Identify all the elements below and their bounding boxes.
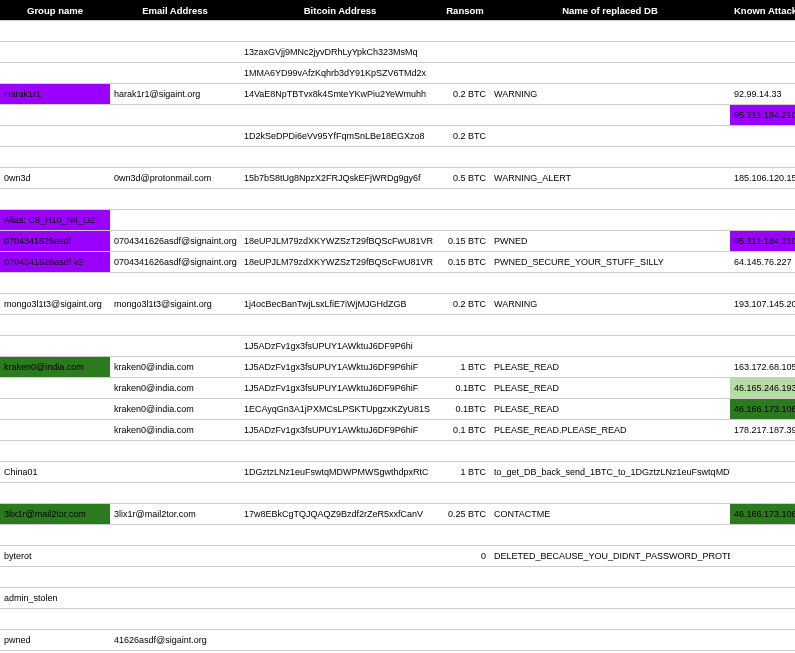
cell-group xyxy=(0,378,110,399)
cell-email xyxy=(110,273,240,294)
cell-group xyxy=(0,483,110,504)
cell-email: 0wn3d@protonmail.com xyxy=(110,168,240,189)
cell-group xyxy=(0,105,110,126)
cell-ransom xyxy=(440,210,490,231)
cell-ransom: 0.1BTC xyxy=(440,378,490,399)
cell-btc xyxy=(240,273,440,294)
cell-group: admin_stolen xyxy=(0,588,110,609)
cell-db: WARNING xyxy=(490,294,730,315)
cell-ip: 193.107.145.20 xyxy=(730,294,795,315)
cell-ransom xyxy=(440,189,490,210)
cell-ip xyxy=(730,210,795,231)
cell-db: CONTACTME xyxy=(490,504,730,525)
cell-db xyxy=(490,21,730,42)
cell-btc xyxy=(240,105,440,126)
table-row: Alias: C8_H10_N4_O2 xyxy=(0,210,795,231)
cell-btc: 1j4ocBecBanTwjLsxLfiE7iWjMJGHdZGB xyxy=(240,294,440,315)
cell-ip: 178.217.187.39 xyxy=(730,420,795,441)
cell-db: DELETED_BECAUSE_YOU_DIDNT_PASSWORD_PROTE… xyxy=(490,546,730,567)
cell-email: 0704341626asdf@signaint.org xyxy=(110,252,240,273)
cell-db xyxy=(490,567,730,588)
cell-db: PWNED_SECURE_YOUR_STUFF_SILLY xyxy=(490,252,730,273)
table-row xyxy=(0,441,795,462)
cell-btc: 1J5ADzFv1gx3fsUPUY1AWktuJ6DF9P6hiF xyxy=(240,378,440,399)
cell-ip: 185.106.120.159 xyxy=(730,168,795,189)
cell-email xyxy=(110,147,240,168)
cell-db xyxy=(490,210,730,231)
cell-group: pwned xyxy=(0,630,110,651)
cell-ip: 46.166.173.106 xyxy=(730,399,795,420)
cell-ip: 163.172.68.105 xyxy=(730,357,795,378)
table-row: China011DGztzLNz1euFswtqMDWPMWSgwthdpxRt… xyxy=(0,462,795,483)
cell-ransom xyxy=(440,63,490,84)
table-row xyxy=(0,483,795,504)
cell-db xyxy=(490,273,730,294)
cell-db: WARNING xyxy=(490,84,730,105)
cell-email: 41626asdf@sigaint.org xyxy=(110,630,240,651)
cell-btc xyxy=(240,630,440,651)
cell-btc xyxy=(240,483,440,504)
cell-ransom xyxy=(440,567,490,588)
cell-db xyxy=(490,588,730,609)
cell-btc xyxy=(240,189,440,210)
table-row xyxy=(0,315,795,336)
cell-db xyxy=(490,525,730,546)
cell-ransom xyxy=(440,525,490,546)
cell-db xyxy=(490,336,730,357)
cell-btc: 1DGztzLNz1euFswtqMDWPMWSgwthdpxRtC xyxy=(240,462,440,483)
cell-btc: 1ECAyqGn3A1jPXMCsLPSKTUpgzxKZyU81S xyxy=(240,399,440,420)
cell-btc xyxy=(240,567,440,588)
cell-email xyxy=(110,21,240,42)
cell-group xyxy=(0,336,110,357)
header-row: Group name Email Address Bitcoin Address… xyxy=(0,0,795,21)
cell-ip xyxy=(730,273,795,294)
cell-ip: 95.211.184.210 xyxy=(730,105,795,126)
cell-email xyxy=(110,126,240,147)
cell-group xyxy=(0,399,110,420)
table-row xyxy=(0,273,795,294)
cell-ransom: 0.2 BTC xyxy=(440,126,490,147)
cell-ransom xyxy=(440,21,490,42)
cell-db xyxy=(490,189,730,210)
cell-db xyxy=(490,105,730,126)
cell-group xyxy=(0,441,110,462)
cell-btc: 1J5ADzFv1gx3fsUPUY1AWktuJ6DF9P6hi xyxy=(240,336,440,357)
cell-ip xyxy=(730,609,795,630)
cell-db xyxy=(490,42,730,63)
ransom-spreadsheet: Group name Email Address Bitcoin Address… xyxy=(0,0,795,653)
cell-email: mongo3l1t3@sigaint.org xyxy=(110,294,240,315)
cell-group: 0704341626asdf xyxy=(0,231,110,252)
cell-email: harak1r1@sigaint.org xyxy=(110,84,240,105)
cell-ransom: 0.5 BTC xyxy=(440,168,490,189)
table-row xyxy=(0,609,795,630)
cell-group xyxy=(0,420,110,441)
table-row: 0704341626asdf0704341626asdf@signaint.or… xyxy=(0,231,795,252)
cell-ip: 46.165.246.193 xyxy=(730,378,795,399)
cell-db xyxy=(490,483,730,504)
cell-btc: 15b7bS8tUg8NpzX2FRJQskEFjWRDg9gy6f xyxy=(240,168,440,189)
cell-ransom xyxy=(440,609,490,630)
cell-ransom: 0.15 BTC xyxy=(440,252,490,273)
cell-ransom xyxy=(440,441,490,462)
cell-email xyxy=(110,105,240,126)
cell-btc: 18eUPJLM79zdXKYWZSzT29fBQScFwU81VR xyxy=(240,252,440,273)
cell-btc xyxy=(240,525,440,546)
cell-ip xyxy=(730,567,795,588)
cell-group xyxy=(0,189,110,210)
table-row xyxy=(0,21,795,42)
cell-db xyxy=(490,609,730,630)
cell-email xyxy=(110,189,240,210)
table-row xyxy=(0,525,795,546)
cell-group xyxy=(0,126,110,147)
cell-db xyxy=(490,63,730,84)
table-row: 13zaxGVjj9MNc2jyvDRhLyYpkCh323MsMq xyxy=(0,42,795,63)
table-row xyxy=(0,567,795,588)
cell-ip xyxy=(730,441,795,462)
header-db: Name of replaced DB xyxy=(490,0,730,21)
cell-ip xyxy=(730,525,795,546)
cell-ransom: 0.25 BTC xyxy=(440,504,490,525)
cell-btc xyxy=(240,210,440,231)
cell-group xyxy=(0,63,110,84)
cell-db xyxy=(490,630,730,651)
cell-db xyxy=(490,441,730,462)
